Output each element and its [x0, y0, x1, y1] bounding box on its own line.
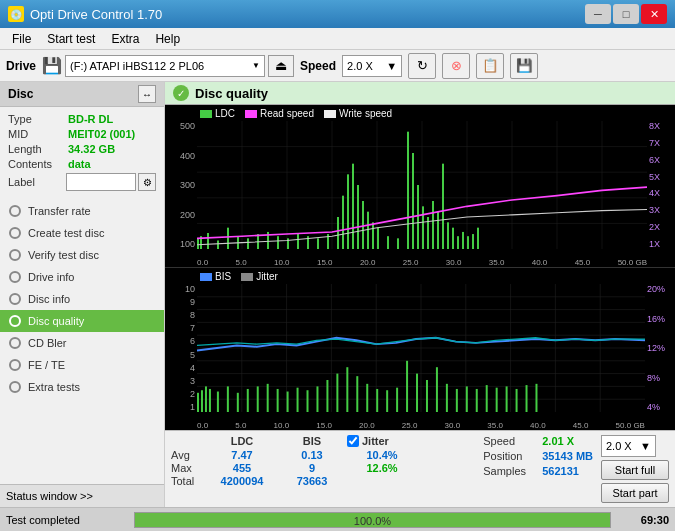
svg-rect-75	[209, 389, 211, 412]
svg-rect-31	[352, 164, 354, 249]
svg-rect-100	[456, 389, 458, 412]
svg-rect-85	[307, 390, 309, 412]
app-title: Opti Drive Control 1.70	[30, 7, 162, 22]
svg-rect-95	[406, 361, 408, 412]
fe-te-icon	[8, 358, 22, 372]
svg-rect-107	[526, 385, 528, 412]
menu-extra[interactable]: Extra	[103, 30, 147, 48]
refresh-button[interactable]: ↻	[408, 53, 436, 79]
start-full-button[interactable]: Start full	[601, 460, 669, 480]
samples-label: Samples	[483, 465, 538, 477]
extra-tests-icon	[8, 380, 22, 394]
speed-stat-value: 2.01 X	[542, 435, 574, 447]
menu-help[interactable]: Help	[147, 30, 188, 48]
svg-rect-36	[377, 228, 379, 249]
max-label: Max	[171, 462, 207, 474]
sidebar-item-extra-tests[interactable]: Extra tests	[0, 376, 164, 398]
status-bar: Test completed 100.0% 69:30	[0, 507, 675, 531]
jitter-header: Jitter	[362, 435, 389, 447]
svg-rect-76	[217, 392, 219, 412]
menu-file[interactable]: File	[4, 30, 39, 48]
svg-rect-15	[207, 233, 209, 249]
svg-rect-35	[372, 222, 374, 249]
disc-header-title: Disc	[8, 87, 33, 101]
total-ldc: 4200094	[207, 475, 277, 487]
stats-speed-dropdown[interactable]: 2.0 X ▼	[601, 435, 656, 457]
svg-rect-78	[237, 393, 239, 412]
max-jitter: 12.6%	[347, 462, 417, 474]
minimize-button[interactable]: ─	[585, 4, 611, 24]
svg-rect-101	[466, 386, 468, 412]
close-button[interactable]: ✕	[641, 4, 667, 24]
copy-button[interactable]: 📋	[476, 53, 504, 79]
sidebar-item-drive-info[interactable]: Drive info	[0, 266, 164, 288]
svg-rect-105	[506, 386, 508, 412]
status-window-btn[interactable]: Status window >>	[0, 484, 164, 507]
svg-rect-96	[416, 374, 418, 412]
drive-icon: 💾	[42, 56, 62, 75]
write-speed-legend: Write speed	[324, 108, 392, 119]
disc-header-refresh-btn[interactable]: ↔	[138, 85, 156, 103]
stats-row-avg: Avg 7.47 0.13 10.4%	[171, 449, 483, 461]
start-part-button[interactable]: Start part	[601, 483, 669, 503]
avg-label: Avg	[171, 449, 207, 461]
type-label: Type	[8, 113, 68, 125]
top-chart-svg	[197, 121, 647, 249]
svg-rect-73	[201, 390, 203, 412]
jitter-legend-color	[241, 273, 253, 281]
svg-rect-52	[472, 234, 474, 249]
bis-legend-color	[200, 273, 212, 281]
svg-rect-92	[376, 389, 378, 412]
progress-bar-container: 100.0%	[134, 512, 611, 528]
svg-rect-44	[432, 201, 434, 249]
sidebar-item-verify-test-disc[interactable]: Verify test disc	[0, 244, 164, 266]
svg-rect-77	[227, 386, 229, 412]
top-chart-y-axis: 500 400 300 200 100	[165, 121, 197, 249]
svg-rect-50	[462, 232, 464, 249]
svg-rect-94	[396, 388, 398, 412]
sidebar-item-transfer-rate[interactable]: Transfer rate	[0, 200, 164, 222]
sidebar-item-create-test-disc[interactable]: Create test disc	[0, 222, 164, 244]
avg-jitter: 10.4%	[347, 449, 417, 461]
sidebar-item-disc-info[interactable]: Disc info	[0, 288, 164, 310]
drive-dropdown[interactable]: (F:) ATAPI iHBS112 2 PL06 ▼	[65, 55, 265, 77]
svg-rect-46	[442, 164, 444, 249]
disc-label-input[interactable]	[66, 173, 136, 191]
ldc-header: LDC	[207, 435, 277, 447]
eject-button[interactable]: ⏏	[268, 55, 294, 77]
top-chart: LDC Read speed Write speed 500 400	[165, 105, 675, 268]
label-gear-button[interactable]: ⚙	[138, 173, 156, 191]
jitter-checkbox[interactable]	[347, 435, 359, 447]
left-panel: Disc ↔ Type BD-R DL MID MEIT02 (001) Len…	[0, 82, 165, 507]
contents-value: data	[68, 158, 156, 170]
menu-start-test[interactable]: Start test	[39, 30, 103, 48]
speed-dropdown[interactable]: 2.0 X ▼	[342, 55, 402, 77]
maximize-button[interactable]: □	[613, 4, 639, 24]
read-speed-legend: Read speed	[245, 108, 314, 119]
length-label: Length	[8, 143, 68, 155]
svg-rect-86	[316, 386, 318, 412]
mid-label: MID	[8, 128, 68, 140]
length-value: 34.32 GB	[68, 143, 156, 155]
cd-bler-icon	[8, 336, 22, 350]
svg-rect-74	[205, 386, 207, 412]
save-button[interactable]: 💾	[510, 53, 538, 79]
bottom-chart-right-axis: 20% 16% 12% 8% 4%	[645, 284, 675, 412]
position-label: Position	[483, 450, 538, 462]
svg-rect-22	[277, 236, 279, 249]
main-content: Disc ↔ Type BD-R DL MID MEIT02 (001) Len…	[0, 82, 675, 507]
mid-value: MEIT02 (001)	[68, 128, 156, 140]
max-bis: 9	[277, 462, 347, 474]
svg-rect-48	[452, 228, 454, 249]
samples-value: 562131	[542, 465, 579, 477]
sidebar-item-disc-quality[interactable]: Disc quality	[0, 310, 164, 332]
disc-quality-title: Disc quality	[195, 86, 268, 101]
svg-rect-93	[386, 390, 388, 412]
svg-rect-102	[476, 389, 478, 412]
sidebar-item-cd-bler[interactable]: CD Bler	[0, 332, 164, 354]
sidebar-item-fe-te[interactable]: FE / TE	[0, 354, 164, 376]
svg-rect-17	[227, 228, 229, 249]
jitter-legend: Jitter	[241, 271, 278, 282]
erase-button[interactable]: ⊗	[442, 53, 470, 79]
disc-quality-header-icon: ✓	[173, 85, 189, 101]
